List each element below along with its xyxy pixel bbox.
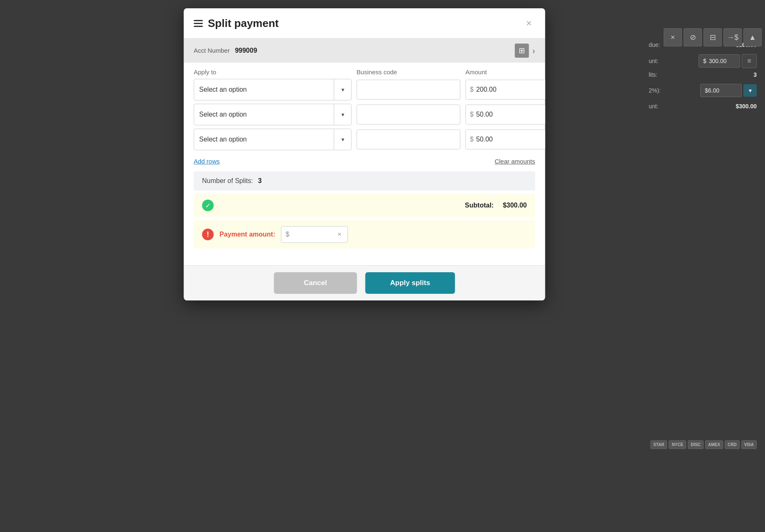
splits-count-box: Number of Splits: 3 [194,171,535,190]
amount-wrapper-2: $ × [466,105,545,124]
bg-total-label: unt: [649,103,658,110]
dollar-sign-3: $ [470,136,474,143]
background-card-icons: STAR NYCE DISC AMEX CRD VISA [650,440,757,449]
modal-title: Split payment [208,17,279,30]
subtotal-label: Subtotal: [465,202,493,209]
table-row: Select an option ▾ $ × [194,79,535,100]
cancel-button[interactable]: Cancel [274,272,357,294]
success-icon: ✓ [202,200,214,211]
dollar-sign-1: $ [470,86,474,93]
subtotal-value: $300.00 [503,202,527,209]
amount-input-1[interactable] [476,80,545,99]
acct-number: 999009 [235,47,257,54]
modal-body: Apply to Business code Amount Select an … [184,63,545,265]
apply-to-select-1[interactable]: Select an option ▾ [194,79,352,100]
columns-header: Apply to Business code Amount [194,63,535,79]
col-apply-to: Apply to [194,68,352,76]
bg-due-label: due: [649,41,660,48]
summary-section: Number of Splits: 3 ✓ Subtotal: $300.00 … [194,171,535,249]
bg-block-btn: ⊘ [684,28,702,46]
amount-input-3[interactable] [476,130,545,149]
select-placeholder-2: Select an option [194,105,334,124]
amount-wrapper-1: $ × [466,80,545,100]
splits-count-label: Number of Splits: [202,177,253,185]
payment-amount-input[interactable] [292,227,333,242]
split-payment-modal: Split payment × Acct Number 999009 ⊞ › A… [184,8,545,300]
acct-right: ⊞ › [515,44,535,58]
hamburger-icon[interactable] [194,20,203,27]
col-business-code: Business code [357,68,461,76]
clear-payment[interactable]: × [336,229,343,240]
bg-close-btn: × [664,28,682,46]
bg-total-value: $300.00 [736,103,757,110]
select-placeholder-3: Select an option [194,130,334,149]
bg-chevron-btn: ▲ [743,28,762,46]
modal-close-button[interactable]: × [522,17,535,30]
clear-amounts-button[interactable]: Clear amounts [495,158,535,165]
payment-dollar-sign: $ [286,231,289,238]
apply-to-select-3[interactable]: Select an option ▾ [194,129,352,150]
background-toolbar: × ⊘ ⊟ →$ ▲ [660,25,765,50]
business-code-input-3[interactable] [357,129,461,149]
select-arrow-3[interactable]: ▾ [334,129,351,150]
bg-dropdown-icon: ▾ [743,84,757,97]
add-rows-button[interactable]: Add rows [194,158,220,165]
bg-amount-label: unt: [649,58,658,64]
bg-splits-label: lits: [649,71,657,78]
chevron-right-icon: › [532,46,535,56]
table-row: Select an option ▾ $ × [194,129,535,150]
payment-label: Payment amount: [220,231,275,238]
payment-input-wrap: $ × [281,226,348,243]
split-rows: Select an option ▾ $ × Select an option … [194,79,535,150]
apply-splits-button[interactable]: Apply splits [365,272,455,294]
amount-input-2[interactable] [476,105,545,124]
splits-count-value: 3 [258,177,262,185]
acct-label: Acct Number [194,47,230,54]
account-info: Acct Number 999009 [194,47,257,54]
amount-wrapper-3: $ × [466,129,545,149]
table-row: Select an option ▾ $ × [194,104,535,125]
select-placeholder-1: Select an option [194,80,334,99]
bg-card-btn: ⊟ [704,28,722,46]
dollar-sign-2: $ [470,111,474,118]
bg-tax-input: $6.00 [700,84,742,97]
payment-box: ! Payment amount: $ × [194,220,535,249]
bg-amount-input: $ 300.00 [699,54,740,68]
account-bar: Acct Number 999009 ⊞ › [184,39,545,63]
background-panel: due: $205.00 unt: $ 300.00 ≡ lits: 3 2%)… [649,41,757,115]
modal-title-area: Split payment [194,17,279,30]
error-icon: ! [202,229,214,240]
apply-to-select-2[interactable]: Select an option ▾ [194,104,352,125]
calculator-icon[interactable]: ⊞ [515,44,529,58]
select-arrow-2[interactable]: ▾ [334,104,351,125]
bg-tax-label: 2%): [649,87,661,94]
row-actions: Add rows Clear amounts [194,155,535,171]
business-code-input-2[interactable] [357,105,461,124]
bg-dollar-btn: →$ [723,28,742,46]
modal-header: Split payment × [184,8,545,39]
select-arrow-1[interactable]: ▾ [334,79,351,100]
subtotal-box: ✓ Subtotal: $300.00 [194,194,535,217]
modal-footer: Cancel Apply splits [184,265,545,300]
business-code-input-1[interactable] [357,80,461,100]
bg-splits-value: 3 [753,71,757,78]
col-amount: Amount [466,68,535,76]
